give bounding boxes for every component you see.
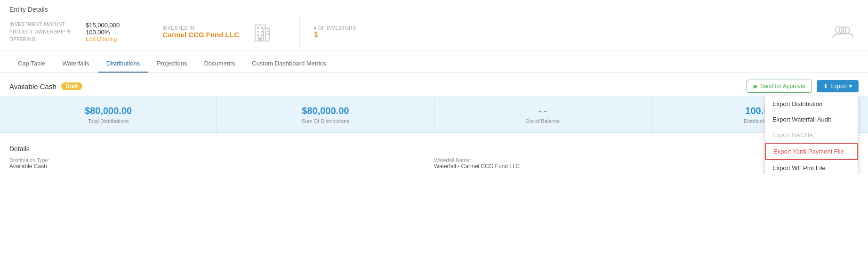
invested-in-block: INVESTED IN Carmel CCG Fund LLC [162,24,239,41]
stat-out-of-balance: - - Out of Balance [434,97,651,132]
sum-distributions-label: Sum Of Distributions [302,118,349,124]
tabs-bar: Cap Table Waterfalls Distributions Proje… [0,55,868,73]
out-of-balance-value: - - [538,106,547,116]
offering-label: OFFERING [9,36,72,43]
available-cash-left: Available Cash Draft [9,82,82,90]
edit-offering-link[interactable]: Edit Offering [86,36,120,42]
total-distributions-label: Total Distributions [88,118,129,124]
export-dropdown: Export Distribution Export Waterfall Aud… [764,96,859,174]
invested-in-value: Carmel CCG Fund LLC [162,31,239,39]
distribution-type-item: Distribution Type: Available Cash [9,157,434,170]
stats-row: $80,000.00 Total Distributions $80,000.0… [0,97,868,133]
svg-rect-7 [258,37,262,41]
dropdown-export-distribution[interactable]: Export Distribution [765,96,858,112]
export-button[interactable]: ⬇ Export ▾ [817,80,859,92]
tab-distributions[interactable]: Distributions [98,55,149,73]
svg-rect-9 [265,31,266,32]
invested-in-label: INVESTED IN [162,25,239,31]
entity-details-title: Entity Details [9,6,859,13]
tab-waterfalls[interactable]: Waterfalls [54,55,97,73]
tab-projections[interactable]: Projections [148,55,195,73]
export-caret-icon: ▾ [849,83,852,90]
investment-amount-value: $15,000,000 [86,22,120,29]
group-icon [831,24,854,40]
svg-rect-10 [267,31,269,32]
tab-custom-dashboard-metrics[interactable]: Custom Dashboard Metrics [243,55,335,73]
total-distributions-value: $80,000.00 [85,106,132,116]
investors-block: # OF INVESTORS 1 [314,25,356,39]
divider-1 [148,18,148,46]
building-icon-wrap [253,22,271,42]
dropdown-export-waterfall-audit[interactable]: Export Waterfall Audit [765,112,858,127]
distribution-type-value: Available Cash [9,163,434,170]
divider-2 [299,18,300,46]
entity-details-header: Entity Details INVESTMENT AMOUNT PROJECT… [0,0,868,50]
stat-total-distributions: $80,000.00 Total Distributions [0,97,217,132]
send-for-approval-button[interactable]: ▶ Send for Approval [747,80,812,93]
investment-metrics-block: INVESTMENT AMOUNT PROJECT OWNERSHIP % OF… [9,19,86,45]
project-ownership-label: PROJECT OWNERSHIP % [9,28,72,36]
send-approval-label: Send for Approval [760,83,805,90]
details-title: Details [9,145,859,153]
details-section: Details Distribution Type: Available Cas… [0,140,868,174]
stat-sum-of-distributions: $80,000.00 Sum Of Distributions [217,97,434,132]
export-download-icon: ⬇ [823,83,828,90]
available-cash-bar: Available Cash Draft ▶ Send for Approval… [0,73,868,97]
svg-rect-6 [261,34,263,36]
draft-badge: Draft [61,82,83,90]
svg-rect-4 [261,31,263,33]
num-investors-value: 1 [314,31,356,39]
investment-amount-label: INVESTMENT AMOUNT [9,21,72,28]
entity-metrics-row: INVESTMENT AMOUNT PROJECT OWNERSHIP % OF… [9,18,859,46]
dropdown-export-wf-pmt-file[interactable]: Export WF Pmt File [765,160,858,174]
svg-rect-11 [265,33,266,35]
num-investors-label: # OF INVESTORS [314,25,356,31]
tab-cap-table[interactable]: Cap Table [9,55,54,73]
export-label: Export [830,83,847,90]
group-icon-wrap [831,24,859,40]
sum-distributions-value: $80,000.00 [302,106,349,116]
out-of-balance-label: Out of Balance [525,118,560,124]
details-row: Distribution Type: Available Cash Waterf… [9,157,859,170]
dropdown-export-yardi-payment-file[interactable]: Export Yardi Payment File [765,143,858,160]
svg-rect-3 [257,31,259,33]
svg-rect-1 [257,27,259,29]
distribution-type-label: Distribution Type: [9,157,434,163]
tab-documents[interactable]: Documents [195,55,243,73]
svg-rect-2 [261,27,263,29]
building-icon [253,22,271,42]
available-cash-title: Available Cash [9,82,56,90]
investment-values-block: $15,000,000 100.00% Edit Offering [86,20,134,44]
available-cash-actions: ▶ Send for Approval ⬇ Export ▾ Export Di… [747,80,859,93]
svg-rect-12 [267,33,269,35]
dropdown-export-nacha: Export NACHA [765,127,858,143]
project-ownership-value: 100.00% [86,29,120,36]
send-approval-arrow-icon: ▶ [754,83,758,90]
svg-rect-5 [257,34,259,36]
